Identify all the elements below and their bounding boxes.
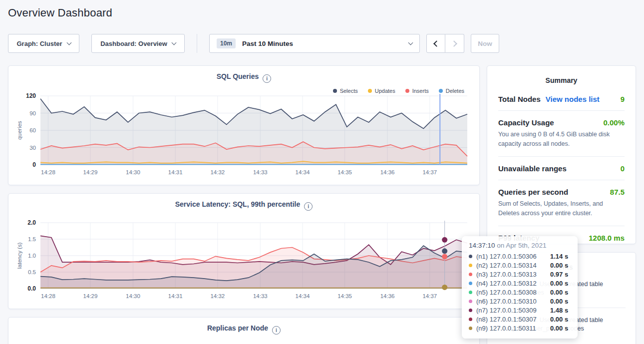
- tooltip-node-label: (n3) 127.0.0.1:50313: [476, 271, 550, 278]
- tooltip-node-row: (n3) 127.0.0.1:50313 0.97 s: [469, 270, 571, 279]
- svg-text:120: 120: [26, 92, 36, 99]
- chevron-right-icon: [451, 40, 457, 47]
- tooltip-node-value: 0.00 s: [550, 280, 568, 287]
- svg-text:60: 60: [29, 127, 36, 133]
- svg-text:14:30: 14:30: [126, 169, 140, 175]
- svg-text:0.0: 0.0: [27, 285, 36, 292]
- tooltip-node-label: (n7) 127.0.0.1:50309: [476, 307, 550, 314]
- summary-heading: Summary: [487, 76, 636, 84]
- svg-text:14:28: 14:28: [41, 169, 55, 175]
- time-range-badge: 10m: [217, 38, 236, 48]
- tooltip-node-row: (n2) 127.0.0.1:50314 0.00 s: [469, 261, 571, 270]
- chevron-down-icon: [66, 40, 71, 45]
- graph-dropdown[interactable]: Graph: Cluster: [8, 34, 79, 53]
- tooltip-node-row: (n1) 127.0.0.1:50306 1.14 s: [469, 252, 571, 261]
- svg-text:14:33: 14:33: [253, 169, 268, 175]
- summary-item-value: 1208.0 ms: [589, 234, 625, 242]
- sql-queries-panel: SQL Queriesi SelectsUpdatesInsertsDelete…: [8, 65, 480, 185]
- node-color-dot-icon: [469, 255, 472, 258]
- svg-text:14:37: 14:37: [422, 169, 437, 175]
- tooltip-node-row: (n6) 127.0.0.1:50310 0.00 s: [469, 297, 571, 306]
- tooltip-node-row: (n4) 127.0.0.1:50312 0.00 s: [469, 279, 571, 288]
- replicas-per-node-panel: Replicas per Nodei: [8, 317, 480, 344]
- view-nodes-list-link[interactable]: View nodes list: [546, 95, 600, 103]
- summary-panel: Summary Total Nodes View nodes list 9 Ca…: [487, 65, 636, 244]
- tooltip-node-label: (n6) 127.0.0.1:50310: [476, 298, 550, 305]
- toolbar-divider: [197, 34, 197, 53]
- tooltip-node-row: (n7) 127.0.0.1:50309 1.48 s: [469, 306, 571, 315]
- dashboard-dropdown-label: Dashboard: Overview: [100, 40, 167, 47]
- now-button-label: Now: [478, 40, 492, 47]
- graph-dropdown-label: Graph: Cluster: [16, 40, 62, 47]
- tooltip-node-value: 0.97 s: [550, 271, 568, 278]
- svg-text:14:32: 14:32: [210, 293, 225, 299]
- time-step-group: [426, 34, 464, 53]
- dashboard-dropdown[interactable]: Dashboard: Overview: [91, 34, 185, 53]
- chart-hover-tooltip: 14:37:10 on Apr 5th, 2021 (n1) 127.0.0.1…: [462, 236, 578, 339]
- time-next-button-disabled: [445, 34, 464, 53]
- svg-text:queries: queries: [16, 121, 22, 140]
- node-color-dot-icon: [469, 318, 472, 321]
- tooltip-node-row: (n5) 127.0.0.1:50308 0.00 s: [469, 288, 571, 297]
- tooltip-rows: (n1) 127.0.0.1:50306 1.14 s (n2) 127.0.0…: [469, 252, 571, 333]
- svg-text:90: 90: [29, 110, 36, 116]
- chart-title-row: Replicas per Nodei: [8, 324, 479, 335]
- svg-text:14:31: 14:31: [168, 169, 183, 175]
- svg-text:14:37: 14:37: [422, 293, 437, 299]
- node-color-dot-icon: [469, 300, 472, 303]
- time-prev-button[interactable]: [426, 34, 445, 53]
- toolbar: Graph: Cluster Dashboard: Overview 10m P…: [8, 34, 499, 53]
- tooltip-node-label: (n2) 127.0.0.1:50314: [476, 262, 550, 269]
- summary-item-capacity-usage: Capacity Usage 0.00% You are using 0 B o…: [498, 111, 625, 157]
- node-color-dot-icon: [469, 327, 472, 330]
- service-latency-title: Service Latency: SQL, 99th percentile: [175, 200, 301, 208]
- svg-text:14:32: 14:32: [210, 169, 225, 175]
- summary-item-label: Unavailable ranges: [498, 164, 567, 173]
- svg-text:30: 30: [29, 145, 36, 151]
- tooltip-node-value: 1.48 s: [550, 307, 568, 314]
- summary-item-queries-per-second: Queries per second 87.5 Sum of Selects, …: [498, 180, 625, 226]
- now-button-disabled: Now: [471, 34, 499, 53]
- svg-text:14:29: 14:29: [83, 293, 98, 299]
- service-latency-chart[interactable]: 14:2814:2914:3014:3114:3214:3314:3414:35…: [8, 218, 480, 308]
- svg-text:0: 0: [32, 161, 36, 168]
- chevron-down-icon: [408, 40, 413, 45]
- svg-text:14:28: 14:28: [41, 293, 55, 299]
- node-color-dot-icon: [469, 291, 472, 294]
- node-color-dot-icon: [469, 309, 472, 312]
- svg-text:14:35: 14:35: [337, 169, 352, 175]
- svg-text:14:30: 14:30: [126, 293, 140, 299]
- svg-text:14:29: 14:29: [83, 169, 98, 175]
- tooltip-node-value: 0.00 s: [550, 316, 568, 323]
- chart-title-row: Service Latency: SQL, 99th percentilei: [8, 200, 479, 211]
- page-title: Overview Dashboard: [8, 6, 112, 19]
- summary-item-value: 0.00%: [603, 118, 625, 127]
- summary-item-value: 0: [621, 164, 625, 173]
- chevron-left-icon: [433, 40, 440, 47]
- info-icon[interactable]: i: [304, 202, 313, 211]
- time-range-label: Past 10 Minutes: [242, 40, 293, 47]
- svg-text:14:31: 14:31: [168, 293, 183, 299]
- svg-text:14:36: 14:36: [380, 169, 395, 175]
- chart-title-row: SQL Queriesi: [8, 72, 479, 83]
- summary-list: Total Nodes View nodes list 9 Capacity U…: [487, 84, 636, 249]
- tooltip-node-value: 1.14 s: [550, 253, 568, 260]
- info-icon[interactable]: i: [272, 326, 281, 335]
- node-color-dot-icon: [469, 273, 472, 276]
- service-latency-panel: Service Latency: SQL, 99th percentilei 1…: [8, 193, 480, 309]
- sql-queries-chart[interactable]: 14:2814:2914:3014:3114:3214:3314:3414:35…: [8, 92, 480, 182]
- chevron-down-icon: [171, 40, 176, 45]
- tooltip-node-label: (n8) 127.0.0.1:50307: [476, 316, 550, 323]
- node-color-dot-icon: [469, 264, 472, 267]
- svg-text:14:36: 14:36: [380, 293, 395, 299]
- summary-item-description: Sum of Selects, Updates, Inserts, and De…: [498, 199, 625, 219]
- tooltip-node-label: (n4) 127.0.0.1:50312: [476, 280, 550, 287]
- tooltip-node-row: (n9) 127.0.0.1:50311 0.00 s: [469, 324, 571, 333]
- tooltip-timestamp: 14:37:10 on Apr 5th, 2021: [469, 242, 571, 249]
- replicas-per-node-title: Replicas per Node: [207, 324, 268, 332]
- summary-item-label: Total Nodes: [498, 95, 541, 103]
- time-range-dropdown[interactable]: 10m Past 10 Minutes: [209, 34, 420, 53]
- summary-item-total-nodes: Total Nodes View nodes list 9: [498, 87, 625, 111]
- tooltip-node-label: (n5) 127.0.0.1:50308: [476, 289, 550, 296]
- info-icon[interactable]: i: [263, 74, 271, 83]
